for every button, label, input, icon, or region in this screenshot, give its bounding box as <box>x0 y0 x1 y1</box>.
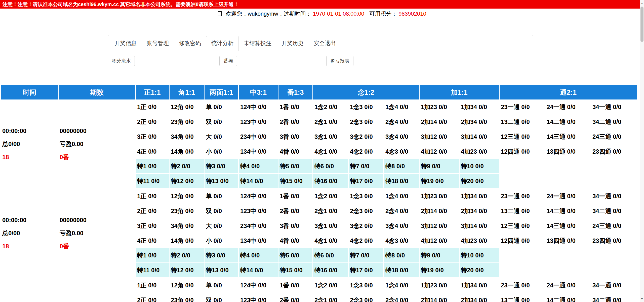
tabs: 开奖信息账号管理修改密码统计分析未结算投注开奖历史安全退出 <box>108 35 533 51</box>
stat-cell: 2加14 0/0 <box>420 293 460 302</box>
fantan-button[interactable]: 番摊 <box>219 56 237 66</box>
welcome-bar: 欢迎您，wukongymw，过期时间： 1970-01-01 08:00:00 … <box>0 10 644 18</box>
special-row: 特11 0/0特12 0/0特13 0/0特14 0/0特15 0/0特16 0… <box>136 263 638 278</box>
block-fan: 0番 <box>60 240 136 253</box>
stat-cell: 34角 0/0 <box>170 218 205 233</box>
stat-cell: 单 0/0 <box>205 99 239 114</box>
stat-cell: 13二通 0/0 <box>500 293 545 302</box>
table-body: 00:00:00总0/001800000000亏盈0.000番1正 0/012角… <box>1 99 638 302</box>
special-cell: 特18 0/0 <box>384 174 420 189</box>
stat-cell: 3念2 0/0 <box>349 129 384 144</box>
block-time: 00:00:00 <box>2 124 59 138</box>
stat-cell: 23一通 0/0 <box>500 99 545 114</box>
block-period: 00000000 <box>60 214 136 227</box>
stat-cell: 4加12 0/0 <box>420 233 460 248</box>
column-header: 角1:1 <box>170 85 205 99</box>
special-cell: 特14 0/0 <box>239 174 278 189</box>
stat-cell: 3正 0/0 <box>136 129 170 144</box>
scroll-down-icon[interactable]: ▼ <box>640 296 644 301</box>
stat-cell: 34二通 0/0 <box>591 293 637 302</box>
stat-cell: 2念4 0/0 <box>384 114 420 129</box>
special-cell: 特9 0/0 <box>420 248 460 263</box>
tab-draw-info[interactable]: 开奖信息 <box>109 36 142 51</box>
stat-cell: 1念4 0/0 <box>384 278 420 293</box>
stat-cell: 2念1 0/0 <box>313 293 349 302</box>
notice-text: 注意！注意！请认准本公司域名为ceshi96.wkym.cc 其它域名非本公司系… <box>3 2 239 7</box>
tab-change-password[interactable]: 修改密码 <box>174 36 206 51</box>
stat-cell: 1番 0/0 <box>278 278 313 293</box>
stat-cell: 124中 0/0 <box>239 99 278 114</box>
column-header: 期数 <box>59 85 136 99</box>
table-row: 3正 0/034角 0/0大 0/0234中 0/03番 0/03念1 0/03… <box>136 129 638 144</box>
profit-report-button[interactable]: 盈亏报表 <box>326 56 353 66</box>
special-cell: 特6 0/0 <box>313 159 349 174</box>
block-total: 总0/00 <box>2 227 59 240</box>
block-fan: 0番 <box>60 151 136 164</box>
special-cell: 特10 0/0 <box>460 248 500 263</box>
scrollbar[interactable]: ▲ ▼ <box>640 0 644 302</box>
stat-cell: 2加34 0/0 <box>460 204 500 218</box>
table-row: 1正 0/012角 0/0单 0/0124中 0/01番 0/01念2 0/01… <box>136 189 638 204</box>
stat-cell: 12角 0/0 <box>170 189 205 204</box>
stat-cell: 24三通 0/0 <box>591 218 637 233</box>
special-cell: 特9 0/0 <box>420 159 460 174</box>
table-row: 1正 0/012角 0/0单 0/0124中 0/01番 0/01念2 0/01… <box>136 99 638 114</box>
block-profit: 亏盈0.00 <box>60 227 136 240</box>
stat-cell: 34角 0/0 <box>170 129 205 144</box>
points-label: 可用积分： <box>369 11 397 17</box>
stat-cell: 13四通 0/0 <box>545 144 591 159</box>
stat-cell: 3加14 0/0 <box>460 218 500 233</box>
stat-cell: 1念4 0/0 <box>384 189 420 204</box>
block-profit: 亏盈0.00 <box>60 138 136 151</box>
stat-cell: 134中 0/0 <box>239 144 278 159</box>
special-cell: 特5 0/0 <box>278 248 313 263</box>
tab-account-manage[interactable]: 账号管理 <box>142 36 174 51</box>
stat-cell: 2加14 0/0 <box>420 204 460 218</box>
stat-cell: 2念1 0/0 <box>313 204 349 218</box>
special-cell: 特19 0/0 <box>420 263 460 278</box>
tab-stats-analysis[interactable]: 统计分析 <box>206 36 239 51</box>
stat-cell: 124中 0/0 <box>239 189 278 204</box>
tab-draw-history[interactable]: 开奖历史 <box>276 36 309 51</box>
special-cell: 特4 0/0 <box>239 159 278 174</box>
period-info <box>59 278 136 302</box>
stat-cell: 1念4 0/0 <box>384 99 420 114</box>
tab-unsettled-bets[interactable]: 未结算投注 <box>239 36 276 51</box>
special-cell: 特8 0/0 <box>384 159 420 174</box>
stat-cell: 3番 0/0 <box>278 218 313 233</box>
stat-cell: 2念4 0/0 <box>384 293 420 302</box>
stat-cell: 4念1 0/0 <box>313 233 349 248</box>
special-cell: 特2 0/0 <box>170 248 205 263</box>
special-cell: 特1 0/0 <box>136 159 170 174</box>
column-header: 两面1:1 <box>205 85 239 99</box>
special-row: 特1 0/0特2 0/0特3 0/0特4 0/0特5 0/0特6 0/0特7 0… <box>136 159 638 174</box>
table-row: 4正 0/014角 0/0小 0/0134中 0/04番 0/04念1 0/04… <box>136 144 638 159</box>
special-cell: 特13 0/0 <box>205 174 239 189</box>
stat-cell: 2正 0/0 <box>136 293 170 302</box>
stat-cell: 14角 0/0 <box>170 233 205 248</box>
scroll-up-icon[interactable]: ▲ <box>640 1 644 6</box>
points-flow-button[interactable]: 积分流水 <box>108 56 135 66</box>
stat-cell: 2加34 0/0 <box>460 114 500 129</box>
stat-cell: 12四通 0/0 <box>500 233 545 248</box>
stat-cell: 2念3 0/0 <box>349 114 384 129</box>
scroll-thumb[interactable] <box>640 7 643 42</box>
special-cell: 特20 0/0 <box>460 174 500 189</box>
stat-cell: 124中 0/0 <box>239 278 278 293</box>
period-block: 00:00:00总0/001800000000亏盈0.000番1正 0/012角… <box>1 189 638 278</box>
stat-cell: 134中 0/0 <box>239 233 278 248</box>
stat-cell: 4念3 0/0 <box>384 144 420 159</box>
points-value: 983902010 <box>398 11 426 17</box>
table-row: 3正 0/034角 0/0大 0/0234中 0/03番 0/03念1 0/03… <box>136 218 638 233</box>
user-icon <box>218 11 222 16</box>
stat-cell: 1加34 0/0 <box>460 99 500 114</box>
period-block: 1正 0/012角 0/0单 0/0124中 0/01番 0/01念2 0/01… <box>1 278 638 302</box>
time-info: 00:00:00总0/0018 <box>1 189 59 278</box>
column-header: 时间 <box>1 85 59 99</box>
stat-cell: 3念2 0/0 <box>349 218 384 233</box>
stat-cell: 单 0/0 <box>205 189 239 204</box>
tab-logout[interactable]: 安全退出 <box>309 36 341 51</box>
stat-cell: 1加23 0/0 <box>420 99 460 114</box>
special-cell: 特12 0/0 <box>170 174 205 189</box>
stat-cell: 2番 0/0 <box>278 114 313 129</box>
